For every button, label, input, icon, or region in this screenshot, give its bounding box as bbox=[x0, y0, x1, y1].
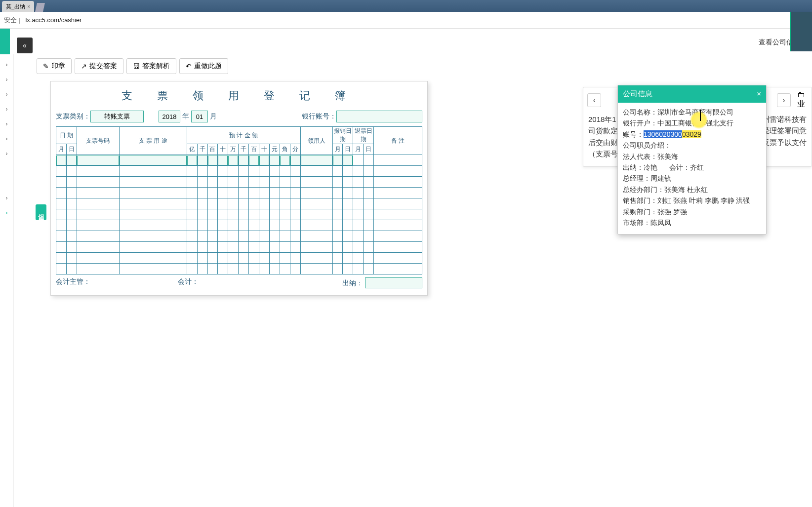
mkt-value: 陈凤凤 bbox=[650, 219, 671, 227]
ledger-table: 日 期 支票号码 支 票 用 途 预 计 金 额 领用人 报销日期 退票日期 备… bbox=[56, 126, 422, 274]
purchase-value: 张强 罗强 bbox=[657, 208, 687, 216]
company-account-rest: 03029 bbox=[682, 130, 701, 138]
hdr-receiver: 领用人 bbox=[300, 127, 332, 155]
mkt-label: 市场部： bbox=[623, 219, 650, 227]
stamp-button-label: 印章 bbox=[51, 62, 65, 71]
foot-cashier-label: 出纳： bbox=[342, 279, 363, 287]
nav-item-3[interactable]: › bbox=[0, 87, 13, 102]
analysis-button[interactable]: 🖫 答案解析 bbox=[126, 58, 176, 74]
hdr-date: 日 期 bbox=[56, 127, 77, 144]
ledger-cell-input[interactable] bbox=[218, 156, 228, 165]
table-row bbox=[56, 231, 422, 242]
ledger-cell-input[interactable] bbox=[333, 156, 343, 165]
nav-item-2[interactable]: › bbox=[0, 72, 13, 87]
task-next-button[interactable]: › bbox=[777, 93, 791, 107]
cashier-label: 出纳： bbox=[623, 163, 644, 171]
ledger-cell-input[interactable] bbox=[120, 156, 187, 165]
submit-button-label: 提交答案 bbox=[89, 62, 117, 71]
ledger-cell-input[interactable] bbox=[301, 156, 332, 165]
nav-item-7[interactable]: › bbox=[0, 146, 13, 161]
ledger-cell-input[interactable] bbox=[67, 156, 77, 165]
hdr-dg-q1: 千 bbox=[197, 144, 207, 155]
nav-item-1[interactable]: › bbox=[0, 57, 13, 72]
ledger-cell-input[interactable] bbox=[259, 156, 269, 165]
browser-tab-strip: 莫_出纳 × bbox=[0, 0, 812, 12]
redo-button[interactable]: ↶ 重做此题 bbox=[179, 58, 228, 74]
ledger-title: 支 票 领 用 登 记 簿 bbox=[56, 87, 422, 109]
foot-cashier-input[interactable] bbox=[365, 277, 422, 288]
cashier-value: 冷艳 bbox=[644, 163, 657, 171]
company-name-label: 公司名称： bbox=[623, 108, 657, 116]
company-staff-label: 公司职员介绍： bbox=[623, 141, 671, 149]
hdr-dg-b2: 百 bbox=[249, 144, 259, 155]
foot-mgr-label: 会计主管： bbox=[56, 277, 90, 285]
table-row bbox=[56, 253, 422, 264]
brand-accent bbox=[0, 29, 10, 54]
check-type-input[interactable] bbox=[90, 111, 144, 122]
company-account-selected: 1306020300 bbox=[644, 130, 682, 138]
submit-button[interactable]: ↗ 提交答案 bbox=[75, 58, 123, 74]
redo-button-label: 重做此题 bbox=[194, 62, 222, 71]
month-input[interactable] bbox=[191, 111, 208, 122]
table-row bbox=[56, 198, 422, 209]
gm-label: 总经理： bbox=[623, 174, 650, 182]
company-account-label: 账号： bbox=[623, 130, 644, 138]
hdr-dg-yuan: 元 bbox=[269, 144, 280, 155]
close-icon[interactable]: × bbox=[27, 4, 30, 9]
legal-rep-value: 张美海 bbox=[657, 153, 678, 160]
video-thumbnail[interactable] bbox=[790, 12, 812, 51]
legal-rep-label: 法人代表： bbox=[623, 153, 657, 160]
nav-item-8[interactable]: › bbox=[0, 191, 13, 205]
ledger-cell-input[interactable] bbox=[208, 156, 218, 165]
ledger-cell-input[interactable] bbox=[290, 156, 300, 165]
task-prev-button[interactable]: ‹ bbox=[587, 93, 601, 107]
ledger-cell-input[interactable] bbox=[77, 156, 119, 165]
nav-item-9[interactable]: › bbox=[0, 205, 13, 220]
browser-tab[interactable]: 莫_出纳 × bbox=[2, 1, 34, 12]
hdr-dg-b1: 百 bbox=[207, 144, 218, 155]
stamp-button[interactable]: ✎ 印章 bbox=[37, 58, 72, 74]
ledger-cell-input[interactable] bbox=[249, 156, 259, 165]
close-icon[interactable]: × bbox=[757, 89, 761, 99]
ledger-cell-input[interactable] bbox=[343, 156, 353, 165]
edit-icon: ✎ bbox=[43, 62, 49, 70]
ledger-cell-input[interactable] bbox=[270, 156, 280, 165]
ledger-cell-input[interactable] bbox=[228, 156, 238, 165]
office-value: 张美海 杜永红 bbox=[664, 186, 708, 194]
address-bar[interactable]: 安全 | lx.acc5.com/cashier bbox=[0, 12, 812, 29]
ledger-cell-input[interactable] bbox=[239, 156, 248, 165]
purchase-label: 采购部门： bbox=[623, 208, 657, 216]
hdr-dg-s2: 十 bbox=[259, 144, 270, 155]
accountant-value: 齐红 bbox=[690, 163, 704, 171]
ledger-cell-input[interactable] bbox=[56, 156, 66, 165]
hdr-reimburse: 报销日期 bbox=[332, 127, 353, 144]
hdr-date-d: 日 bbox=[66, 144, 77, 155]
nav-item-6[interactable]: › bbox=[0, 131, 13, 146]
table-row bbox=[56, 188, 422, 198]
analysis-button-label: 答案解析 bbox=[142, 62, 170, 71]
year-input[interactable] bbox=[159, 111, 180, 122]
month-suffix: 月 bbox=[210, 112, 217, 121]
ledger-cell-input[interactable] bbox=[280, 156, 290, 165]
table-row bbox=[56, 177, 422, 188]
ledger-cell-input[interactable] bbox=[198, 156, 207, 165]
check-ledger-form: 支 票 领 用 登 记 簿 支票类别： 年 月 银行账号： 日 期 支票号码 bbox=[50, 81, 428, 296]
security-label: 安全 bbox=[4, 16, 17, 25]
nav-item-4[interactable]: › bbox=[0, 102, 13, 117]
hdr-budget: 预 计 金 额 bbox=[187, 127, 300, 144]
office-label: 总经办部门： bbox=[623, 186, 664, 194]
hdr-dg-wan: 万 bbox=[228, 144, 239, 155]
text-caret bbox=[700, 110, 701, 121]
company-account-row[interactable]: 账号：130602030003029 bbox=[623, 129, 761, 140]
new-tab-button[interactable] bbox=[35, 3, 45, 12]
hdr-dg-fen: 分 bbox=[290, 144, 300, 155]
nav-item-5[interactable]: › bbox=[0, 117, 13, 131]
hdr-return: 退票日期 bbox=[353, 127, 374, 144]
ledger-cell-input[interactable] bbox=[187, 156, 197, 165]
tab-title: 莫_出纳 bbox=[6, 3, 25, 10]
bank-account-input[interactable] bbox=[336, 111, 422, 122]
collapse-sidebar-button[interactable]: « bbox=[17, 38, 33, 53]
switch-document-tab[interactable]: 切换单据 bbox=[36, 204, 46, 220]
external-icon: ↗ bbox=[81, 62, 87, 70]
folder-icon[interactable]: 🗀 业 bbox=[795, 90, 808, 110]
